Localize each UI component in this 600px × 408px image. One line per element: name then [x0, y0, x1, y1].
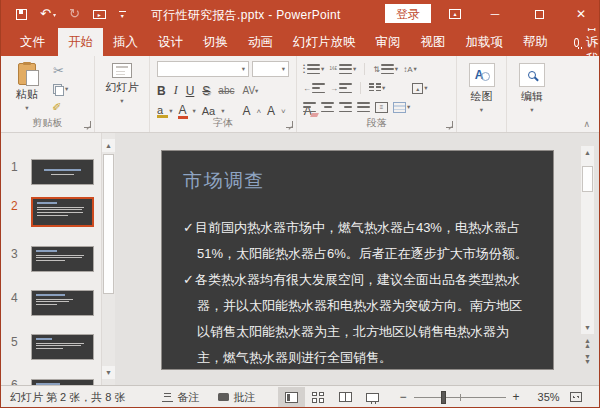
start-slideshow-button[interactable]: ▸ — [93, 10, 106, 19]
slide-bullet-2[interactable]: ✓各类热水器均有很大发展空间，建议全面出品各类型热水器，并以太阳能热水器和电热水… — [183, 267, 531, 371]
tab-file[interactable]: 文件 — [7, 28, 58, 56]
tab-transitions[interactable]: 切换 — [193, 28, 238, 56]
tell-me-button[interactable]: 告诉我 — [574, 28, 600, 56]
slide-thumbnail-1[interactable] — [31, 159, 94, 185]
format-painter-button[interactable]: ✎ — [53, 100, 68, 113]
scrollbar-thumb[interactable] — [103, 154, 114, 294]
columns-button[interactable]: ▾ — [369, 83, 385, 93]
font-group: ▾ ▾ B I U S abc AV▾ a▾ A▾ Aa▾ A˄ A˅ A — [150, 56, 297, 132]
text-shadow-button[interactable]: S — [202, 84, 210, 98]
redo-button[interactable]: ↻ — [69, 9, 80, 19]
minimize-button[interactable]: ─ — [479, 0, 511, 28]
underline-button[interactable]: U — [186, 84, 195, 98]
slide-vertical-scrollbar[interactable]: ▲ ▼ — [580, 145, 595, 335]
clipboard-dialog-launcher[interactable] — [84, 121, 91, 128]
next-slide-button[interactable]: ▼▼ — [580, 355, 595, 364]
font-name-select[interactable]: ▾ — [157, 61, 249, 77]
zoom-slider[interactable] — [414, 391, 506, 404]
strikethrough-button[interactable]: abc — [218, 85, 234, 96]
align-left-icon — [303, 102, 316, 112]
tab-home[interactable]: 开始 — [58, 28, 103, 56]
slide-thumbnail-3[interactable] — [31, 246, 94, 272]
font-dialog-launcher[interactable] — [286, 121, 293, 128]
close-button[interactable]: ✕ — [565, 0, 597, 28]
line-spacing-button[interactable]: ⇅▾ — [373, 64, 398, 74]
thumbnail-number-2: 2 — [11, 199, 18, 213]
zoom-slider-handle[interactable] — [441, 391, 446, 404]
undo-button[interactable]: ↶▾ — [40, 9, 56, 19]
notes-button[interactable]: 备注 — [162, 390, 200, 405]
paragraph-dialog-launcher[interactable] — [446, 121, 453, 128]
current-slide[interactable]: 市场调查 ✓目前国内热水器市场中，燃气热水器占43%，电热水器占51%，太阳能热… — [161, 150, 554, 370]
convert-to-smartart-button[interactable]: ▾ — [393, 102, 410, 113]
more-options-icon: ▾ — [119, 11, 126, 18]
zoom-out-button[interactable]: − — [396, 390, 411, 404]
numbering-button[interactable]: ▾ — [329, 64, 356, 74]
view-switcher — [278, 387, 386, 407]
cut-button[interactable]: ✂ — [53, 64, 68, 77]
slide-thumbnail-5[interactable] — [31, 334, 94, 360]
maximize-button[interactable] — [523, 0, 555, 28]
scrollbar-thumb[interactable] — [582, 166, 593, 192]
font-size-dropdown-icon: ▾ — [282, 65, 285, 73]
zoom-in-button[interactable]: + — [509, 390, 524, 404]
slide-body-text[interactable]: ✓目前国内热水器市场中，燃气热水器占43%，电热水器占51%，太阳能热水器占6%… — [183, 215, 531, 371]
tab-addins[interactable]: 加载项 — [456, 28, 514, 56]
slide-sorter-view-button[interactable] — [305, 387, 332, 407]
slideshow-view-button[interactable] — [359, 387, 386, 407]
add-remove-columns-button[interactable]: ≡ — [375, 102, 388, 113]
tab-slideshow[interactable]: 幻灯片放映 — [283, 28, 366, 56]
scroll-up-icon[interactable]: ▲ — [581, 146, 594, 159]
decrease-indent-button[interactable]: ← — [303, 83, 325, 93]
scroll-down-icon[interactable]: ▼ — [581, 321, 594, 334]
collapse-ribbon-button[interactable]: ∧ — [583, 119, 590, 129]
slide-thumbnail-4[interactable] — [31, 290, 94, 316]
tab-design[interactable]: 设计 — [148, 28, 193, 56]
align-center-button[interactable] — [321, 102, 334, 112]
align-left-button[interactable] — [303, 102, 316, 112]
thumbnail-panel-scrollbar[interactable]: ▲ ▼ — [101, 133, 115, 385]
new-slide-button[interactable]: 幻灯片 ▾ — [95, 63, 149, 105]
italic-button[interactable]: I — [174, 83, 178, 98]
scroll-up-icon[interactable]: ▲ — [102, 139, 115, 152]
font-size-select[interactable]: ▾ — [252, 61, 289, 77]
bold-button[interactable]: B — [157, 84, 166, 98]
lightbulb-icon — [574, 38, 579, 47]
align-right-button[interactable] — [339, 102, 352, 112]
slide-thumbnail-6[interactable] — [31, 379, 94, 385]
login-button[interactable]: 登录 — [385, 4, 431, 23]
align-text-button[interactable]: ▴▾ — [412, 83, 427, 94]
text-direction-button[interactable]: ↕A▾ — [403, 65, 417, 74]
slide-bullet-1[interactable]: ✓目前国内热水器市场中，燃气热水器占43%，电热水器占51%，太阳能热水器占6%… — [183, 215, 531, 267]
ribbon-display-options-button[interactable]: ▴ — [439, 0, 471, 28]
copy-button[interactable]: ▾ — [53, 82, 68, 95]
normal-view-button[interactable] — [278, 387, 305, 407]
scroll-down-icon[interactable]: ▼ — [102, 366, 115, 379]
character-spacing-button[interactable]: AV▾ — [242, 85, 258, 96]
customize-qat-button[interactable]: ▾ — [119, 11, 126, 18]
tab-review[interactable]: 审阅 — [366, 28, 411, 56]
justify-button[interactable] — [357, 102, 370, 112]
zoom-percentage[interactable]: 35% — [528, 391, 560, 403]
numbering-dropdown-icon: ▾ — [353, 65, 356, 73]
previous-slide-button[interactable]: ▲▲ — [580, 339, 595, 348]
save-button[interactable] — [16, 9, 27, 20]
slide-sorter-icon — [312, 392, 324, 403]
fit-to-window-button[interactable] — [570, 392, 582, 402]
slide-title[interactable]: 市场调查 — [183, 168, 529, 194]
tab-insert[interactable]: 插入 — [103, 28, 148, 56]
drawing-button[interactable]: A 绘图 ▾ — [457, 63, 506, 114]
comments-button[interactable]: 批注 — [218, 390, 256, 405]
drawing-dropdown-icon: ▾ — [480, 106, 483, 114]
drawing-icon: A — [475, 68, 484, 82]
reading-view-button[interactable] — [332, 387, 359, 407]
paste-button[interactable]: 粘贴 ▾ — [9, 63, 45, 112]
tab-help[interactable]: 帮助 — [513, 28, 558, 56]
tab-view[interactable]: 视图 — [411, 28, 456, 56]
bullet-1-text: 目前国内热水器市场中，燃气热水器占43%，电热水器占51%，太阳能热水器占6%。… — [195, 220, 528, 261]
tab-animations[interactable]: 动画 — [238, 28, 283, 56]
increase-indent-button[interactable]: → — [330, 83, 352, 93]
bullets-button[interactable]: ▾ — [303, 64, 324, 74]
slide-thumbnail-2-selected[interactable] — [31, 197, 94, 227]
editing-button[interactable]: 编辑 ▾ — [507, 63, 557, 114]
